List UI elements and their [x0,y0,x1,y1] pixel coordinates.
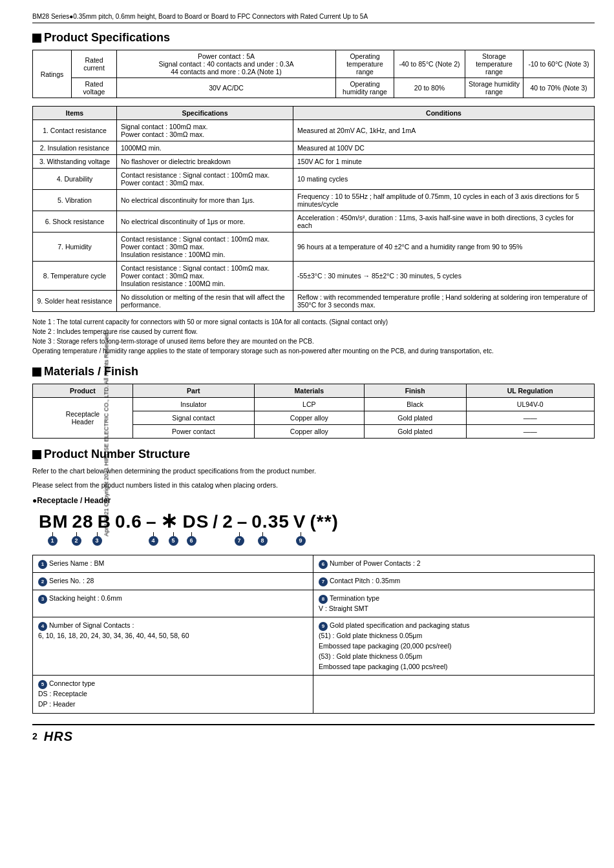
specs-cond: Measured at 100V DC [293,141,594,155]
op-temp-range-label: Operating temperature range [336,50,394,78]
note-item: Note 3 : Storage refers to long-term-sto… [32,336,595,346]
specs-cond: Reflow : with recommended temperature pr… [293,291,594,312]
specs-spec: No electrical discontinuity of 1μs or mo… [117,211,293,232]
specs-cond: Acceleration : 450m/s², duration : 11ms,… [293,211,594,232]
pn-seg-ds: DS [182,513,209,531]
op-humid-range-label: Operating humidity range [336,78,394,98]
hrs-logo: HRS [44,729,73,744]
storage-humid-range-label: Storage humidity range [465,78,524,98]
specs-item: 8. Temperature cycle [33,262,117,291]
pn-seg-035: 0.35 [251,513,290,531]
mat-finish: Gold plated [364,425,466,439]
pn-seg-v: V [293,513,306,531]
mat-ul: —— [466,411,595,425]
op-humid-val: 20 to 80% [394,78,465,98]
specs-item: 6. Shock resistance [33,211,117,232]
ratings-table: Ratings Rated current Power contact : 5A… [32,50,595,98]
pn-details-grid: 1Series Name : BM6Number of Power Contac… [32,555,595,714]
pn-desc-right: 9Gold plated specification and packaging… [313,617,594,676]
specs-spec: Contact resistance : Signal contact : 10… [117,232,293,262]
specs-row: 8. Temperature cycleContact resistance :… [33,262,595,291]
pn-desc-right: 6Number of Power Contacts : 2 [313,555,594,573]
mat-part: Power contact [132,425,254,439]
pn-desc-left: 5Connector typeDS : ReceptacleDP : Heade… [33,676,313,713]
pn-desc-left: 4Number of Signal Contacts :6, 10, 16, 1… [33,617,313,676]
storage-temp-val: -10 to 60°C (Note 3) [524,50,595,78]
materials-section: Materials / Finish ProductPartMaterialsF… [32,365,595,439]
specs-cond: Measured at 20mV AC, 1kHz, and 1mA [293,120,594,141]
specs-item: 1. Contact resistance [33,120,117,141]
pn-circle-3: 3 [92,536,102,546]
specs-table: Items Specifications Conditions 1. Conta… [32,106,595,312]
pn-desc-left: 1Series Name : BM [33,555,313,573]
pn-intro1: Refer to the chart below when determinin… [32,466,595,477]
pn-indicator-row: 1 2 3 4 5 6 [39,532,595,546]
specs-spec: Signal contact : 100mΩ max.Power contact… [117,120,293,141]
mat-finish: Black [364,398,466,411]
pn-seg-2: 2 [222,513,233,531]
specs-spec: No flashover or dielectric breakdown [117,155,293,169]
specs-cond: 150V AC for 1 minute [293,155,594,169]
mat-header: Finish [364,384,466,398]
pn-desc-left: 2Series No. : 28 [33,573,313,590]
mat-row: ReceptacleHeaderInsulatorLCPBlackUL94V-0 [33,398,595,411]
specs-row: 1. Contact resistanceSignal contact : 10… [33,120,595,141]
side-text: Apr.1.2021 Copyright 2021 HIROSE ELECTRI… [103,332,109,537]
pn-seg-pp: (**) [310,513,338,531]
pn-circle-7: 7 [235,536,244,546]
pn-square [32,450,41,459]
pn-seg-dash2: – [237,513,248,531]
specs-col-spec: Specifications [117,107,293,120]
storage-humid-val: 40 to 70% (Note 3) [524,78,595,98]
page-number: 2 [32,731,37,741]
pn-seg-bm: BM [39,513,69,531]
note-item: Note 1 : The total current capacity for … [32,317,595,327]
pn-circle-5: 5 [169,536,178,546]
specs-cond: 96 hours at a temperature of 40 ±2°C and… [293,232,594,262]
specs-spec: No dissolution or melting of the resin t… [117,291,293,312]
specs-item: 2. Insulation resistance [33,141,117,155]
pn-circle-4: 4 [149,536,158,546]
specs-row: 9. Solder heat resistanceNo dissolution … [33,291,595,312]
mat-product: ReceptacleHeader [33,398,133,439]
mat-material: Copper alloy [254,425,364,439]
storage-temp-range-label: Storage temperature range [465,50,524,78]
mat-ul: —— [466,425,595,439]
pn-circle-1: 1 [48,536,58,546]
ratings-label: Ratings [33,50,72,98]
specs-item: 3. Withstanding voltage [33,155,117,169]
specs-col-cond: Conditions [293,107,594,120]
voltage-val: 30V AC/DC [117,78,336,98]
specs-spec: Contact resistance : Signal contact : 10… [117,262,293,291]
specs-row: 4. DurabilityContact resistance : Signal… [33,169,595,190]
specs-row: 2. Insulation resistance1000MΩ min.Measu… [33,141,595,155]
specs-spec: No electrical discontinuity for more tha… [117,190,293,211]
pn-display-row: BM 28 B 0.6 – ∗ DS / 2 – 0.35 V (**) [39,510,595,531]
product-specs-section: Product Specifications Ratings Rated cur… [32,31,595,356]
note-item: Note 2 : Includes temperature rise cause… [32,327,595,336]
specs-row: 6. Shock resistanceNo electrical discont… [33,211,595,232]
pn-circle-8: 8 [258,536,268,546]
mat-material: Copper alloy [254,411,364,425]
pn-seg-slash: / [213,513,218,531]
pn-desc-right: 8Termination typeV : Straight SMT [313,590,594,618]
pn-desc-left: 3Stacking height : 0.6mm [33,590,313,618]
specs-item: 5. Vibration [33,190,117,211]
specs-row: 5. VibrationNo electrical discontinuity … [33,190,595,211]
pn-intro2: Please select from the product numbers l… [32,480,595,491]
specs-cond: 10 mating cycles [293,169,594,190]
specs-item: 7. Humidity [33,232,117,262]
materials-square [32,367,41,377]
pn-bullet-header: ●Receptacle / Header [32,496,595,505]
top-header: BM28 Series●0.35mm pitch, 0.6mm height, … [32,13,595,23]
specs-cond: -55±3°C : 30 minutes → 85±2°C : 30 minut… [293,262,594,291]
mat-header: UL Regulation [466,384,595,398]
product-specs-title: Product Specifications [32,31,595,45]
mat-material: LCP [254,398,364,411]
pn-desc-right [313,676,594,713]
pn-seg-star: ∗ [160,510,178,531]
pn-seg-28: 28 [72,513,94,531]
mat-part: Insulator [132,398,254,411]
specs-spec: 1000MΩ min. [117,141,293,155]
power-contact-cell: Power contact : 5A Signal contact : 40 c… [117,50,336,78]
